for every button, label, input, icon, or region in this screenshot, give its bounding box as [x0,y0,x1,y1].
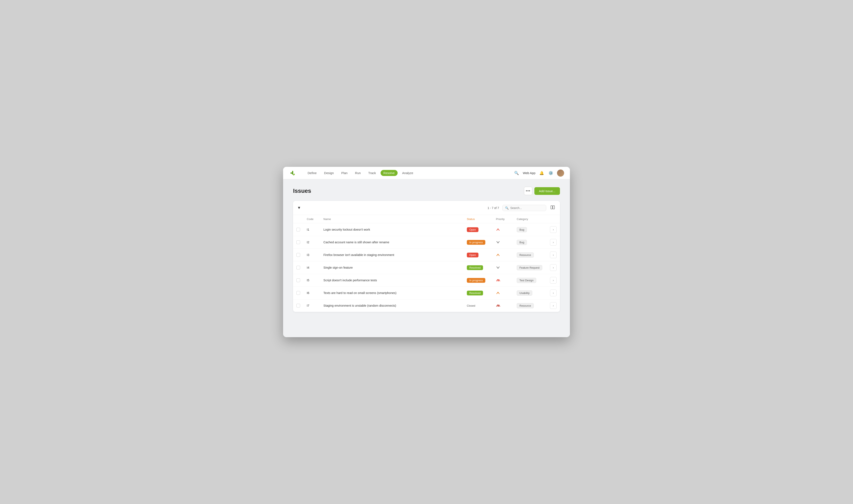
table-row: I6 Texts are hard to read on small scree… [293,287,560,299]
search-icon: 🔍 [505,206,509,210]
td-status-5: In progress [463,274,493,287]
row-detail-button-6[interactable]: › [550,290,557,296]
td-checkbox-2 [293,236,303,249]
priority-icon-6 [496,291,510,295]
td-status-2: In progress [463,236,493,249]
priority-icon-2 [496,240,510,244]
svg-rect-2 [290,173,293,174]
app-name-label: Web App [523,171,535,175]
row-detail-button-3[interactable]: › [550,252,557,258]
th-priority: Priority [493,215,513,223]
notification-icon[interactable]: 🔔 [539,170,545,176]
row-checkbox-2[interactable] [296,240,300,244]
td-action-2: › [547,236,560,249]
td-code-2: I2 [303,236,320,249]
add-issue-button[interactable]: Add Issue... [534,187,560,195]
td-name-6: Texts are hard to read on small screens … [320,287,463,299]
td-priority-6 [493,287,513,299]
td-name-1: Login security lockout doesn't work [320,223,463,236]
td-status-7: Closed [463,299,493,312]
row-checkbox-5[interactable] [296,278,300,282]
th-code: Code [303,215,320,223]
td-category-7: Resource [513,299,547,312]
td-checkbox-5 [293,274,303,287]
td-action-6: › [547,287,560,299]
priority-icon-3 [496,253,510,257]
td-status-4: Resolved [463,262,493,274]
td-priority-4 [493,262,513,274]
search-input[interactable] [510,206,544,210]
category-badge-4: Feature Request [517,265,542,270]
table-header: Code Name Status Priority Category [293,215,560,223]
row-detail-button-5[interactable]: › [550,277,557,284]
td-priority-2 [493,236,513,249]
row-checkbox-6[interactable] [296,291,300,295]
logo-icon [289,169,296,177]
td-code-6: I6 [303,287,320,299]
category-badge-5: Test Design [517,278,536,283]
row-checkbox-4[interactable] [296,266,300,269]
filter-icon[interactable]: ▼ [297,206,301,210]
row-detail-button-2[interactable]: › [550,239,557,246]
nav-link-run[interactable]: Run [352,170,364,176]
issues-table-card: ▼ 1 - 7 of 7 🔍 Code [293,201,560,312]
page-actions: ••• Add Issue... [524,187,560,195]
avatar-image [557,169,564,177]
table-row: I1 Login security lockout doesn't work O… [293,223,560,236]
nav-link-plan[interactable]: Plan [338,170,351,176]
td-status-6: Resolved [463,287,493,299]
td-priority-3 [493,249,513,262]
td-name-5: Script doesn't include performance tests [320,274,463,287]
table-row: I7 Staging environment is unstable (rand… [293,299,560,312]
row-detail-button-1[interactable]: › [550,226,557,233]
td-category-1: Bug [513,223,547,236]
row-checkbox-7[interactable] [296,304,300,307]
page-title: Issues [293,187,311,194]
nav-right: 🔍 Web App 🔔 ⚙️ [514,169,564,177]
td-status-1: Open [463,223,493,236]
nav-link-analyze[interactable]: Analyze [399,170,416,176]
td-category-4: Feature Request [513,262,547,274]
columns-toggle-icon[interactable] [550,204,556,212]
td-code-3: I3 [303,249,320,262]
priority-icon-4 [496,266,510,270]
td-code-5: I5 [303,274,320,287]
priority-icon-7 [496,304,510,308]
nav-link-track[interactable]: Track [366,170,379,176]
table-row: I2 Cached account name is still shown af… [293,236,560,249]
top-navigation: Define Design Plan Run Track Resolve Ana… [283,167,570,179]
td-action-4: › [547,262,560,274]
row-detail-button-4[interactable]: › [550,264,557,271]
td-checkbox-6 [293,287,303,299]
page-content: Issues ••• Add Issue... ▼ 1 - 7 of 7 🔍 [283,179,570,319]
row-checkbox-3[interactable] [296,253,300,257]
search-box: 🔍 [502,205,546,211]
nav-link-resolve[interactable]: Resolve [380,170,397,176]
table-row: I4 Single sign-on feature Resolved Featu… [293,262,560,274]
nav-link-design[interactable]: Design [321,170,337,176]
search-icon[interactable]: 🔍 [514,170,519,176]
th-action [547,215,560,223]
td-action-1: › [547,223,560,236]
settings-icon[interactable]: ⚙️ [548,170,554,176]
row-checkbox-1[interactable] [296,228,300,231]
td-name-4: Single sign-on feature [320,262,463,274]
td-category-2: Bug [513,236,547,249]
category-badge-2: Bug [517,240,527,245]
nav-link-define[interactable]: Define [305,170,319,176]
td-code-7: I7 [303,299,320,312]
table-row: I3 Firefox browser isn't available in st… [293,249,560,262]
td-category-5: Test Design [513,274,547,287]
td-action-7: › [547,299,560,312]
th-category: Category [513,215,547,223]
avatar[interactable] [557,169,564,177]
td-name-3: Firefox browser isn't available in stagi… [320,249,463,262]
row-detail-button-7[interactable]: › [550,302,557,309]
more-options-button[interactable]: ••• [524,187,532,195]
th-name: Name [320,215,463,223]
status-badge-5: In progress [467,278,485,283]
td-name-2: Cached account name is still shown after… [320,236,463,249]
td-category-6: Usability [513,287,547,299]
td-checkbox-3 [293,249,303,262]
svg-rect-4 [551,206,552,209]
